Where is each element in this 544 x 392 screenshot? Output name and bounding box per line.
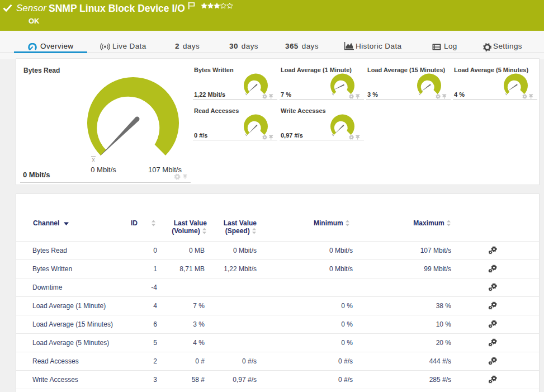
svg-text:x: x xyxy=(92,157,95,163)
